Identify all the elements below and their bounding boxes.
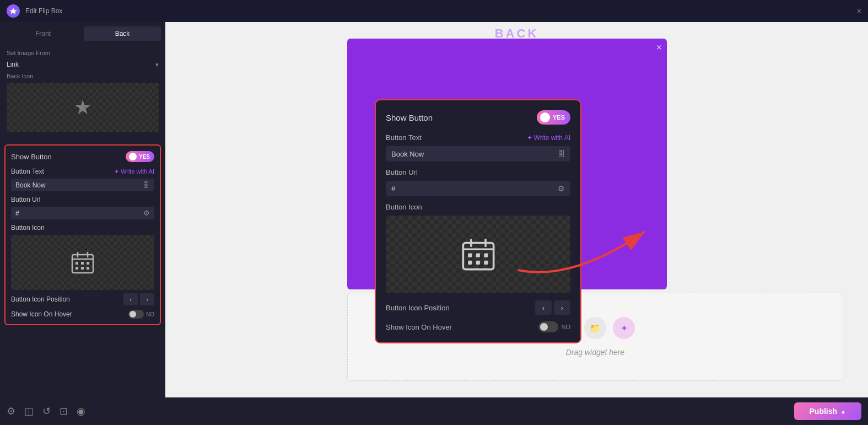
button-text-input-row: 🗄	[11, 179, 154, 191]
button-url-label: Button Url	[11, 196, 40, 203]
show-hover-toggle[interactable]: NO	[128, 310, 154, 319]
button-icon-position-label: Button Icon Position	[11, 295, 70, 303]
popup-show-hover-toggle[interactable]: NO	[538, 321, 571, 332]
top-bar: Edit Flip Box ×	[0, 0, 868, 22]
publish-button[interactable]: Publish ▲	[794, 402, 861, 420]
popup-panel: Show Button YES Button Text ✦ Write with…	[375, 99, 581, 343]
card-close-icon[interactable]: ✕	[656, 43, 662, 52]
tab-front[interactable]: Front	[4, 26, 82, 41]
popup-button-text-row: Button Text ✦ Write with AI	[386, 133, 570, 142]
popup-show-button-label: Show Button	[386, 113, 433, 122]
write-with-ai-btn[interactable]: ✦ Write with AI	[114, 168, 154, 175]
popup-button-url-label: Button Url	[386, 168, 418, 176]
hover-toggle-knob	[128, 310, 144, 319]
calendar-icon	[71, 250, 95, 275]
popup-show-button-row: Show Button YES	[386, 110, 570, 125]
popup-write-ai-label: Write with AI	[534, 134, 570, 142]
toggle-yes-label: YES	[139, 154, 150, 160]
popup-button-icon-position-label: Button Icon Position	[386, 304, 450, 312]
svg-rect-5	[76, 262, 78, 265]
popup-button-icon-label-row: Button Icon	[386, 203, 570, 211]
show-button-toggle[interactable]: YES	[126, 151, 154, 162]
button-url-label-row: Button Url	[11, 196, 154, 203]
settings-icon[interactable]: ⚙	[7, 405, 15, 417]
button-text-row: Button Text ✦ Write with AI	[11, 168, 154, 175]
popup-write-with-ai-btn[interactable]: ✦ Write with AI	[527, 134, 570, 142]
button-icon-label: Button Icon	[11, 224, 45, 232]
back-icon-area: ★	[7, 83, 159, 132]
close-icon[interactable]: ×	[857, 7, 861, 15]
app-logo	[7, 4, 20, 18]
canvas: BACK ★ Back Title here you can set back …	[165, 22, 868, 397]
popup-position-right-btn[interactable]: ›	[554, 300, 570, 315]
toggle-knob	[129, 153, 137, 160]
svg-rect-10	[87, 267, 89, 270]
bottom-bar: ⚙ ◫ ↺ ⊡ ◉ Publish ▲	[0, 397, 868, 425]
position-buttons: ‹ ›	[123, 293, 154, 305]
publish-label: Publish	[810, 407, 838, 416]
svg-rect-9	[81, 267, 84, 270]
popup-button-icon-area	[386, 216, 570, 293]
popup-button-icon-position-row: Button Icon Position ‹ ›	[386, 300, 570, 315]
popup-toggle-knob	[540, 112, 550, 122]
topbar-title: Edit Flip Box	[25, 7, 62, 15]
set-image-from-label: Set Image From	[7, 50, 159, 56]
popup-position-left-btn[interactable]: ‹	[535, 300, 552, 315]
button-text-input[interactable]	[15, 181, 143, 189]
popup-calendar-icon	[461, 236, 496, 272]
popup-toggle-yes-label: YES	[553, 114, 565, 121]
sidebar-tabs: Front Back	[0, 22, 165, 45]
popup-button-text-input[interactable]	[391, 150, 557, 158]
history-icon[interactable]: ↺	[42, 405, 51, 417]
popup-button-icon-label: Button Icon	[386, 203, 422, 211]
layers-icon[interactable]: ◫	[24, 405, 34, 417]
gear-icon[interactable]: ⚙	[143, 209, 150, 217]
svg-rect-6	[81, 262, 84, 265]
main-area: Front Back Set Image From Link ▾ Back Ic…	[0, 22, 868, 397]
link-label: Link	[7, 61, 19, 68]
sidebar-show-button-section: Show Button YES Button Text ✦ Write with…	[4, 144, 161, 325]
folder-btn[interactable]: 📁	[584, 317, 606, 339]
responsive-icon[interactable]: ⊡	[60, 405, 68, 417]
tab-back[interactable]: Back	[84, 26, 161, 41]
svg-rect-27	[484, 254, 488, 257]
popup-toggle-no-label: NO	[562, 324, 571, 330]
eye-icon[interactable]: ◉	[77, 405, 85, 417]
chevron-up-icon: ▲	[840, 408, 846, 415]
button-icon-position-row: Button Icon Position ‹ ›	[11, 293, 154, 305]
popup-db-icon[interactable]: 🗄	[557, 149, 565, 158]
show-hover-label: Show Icon On Hover	[11, 310, 72, 318]
popup-show-hover-row: Show Icon On Hover NO	[386, 321, 570, 332]
svg-rect-26	[476, 254, 479, 257]
button-url-input[interactable]	[15, 209, 143, 217]
popup-button-url-input[interactable]	[391, 185, 558, 193]
svg-rect-25	[468, 254, 472, 257]
link-row[interactable]: Link ▾	[7, 58, 159, 71]
sparkles-btn[interactable]: ✦	[613, 317, 635, 339]
show-hover-row: Show Icon On Hover NO	[11, 310, 154, 319]
svg-rect-29	[476, 261, 479, 265]
button-icon-label-row: Button Icon	[11, 224, 154, 232]
db-icon[interactable]: 🗄	[143, 181, 150, 189]
svg-rect-30	[484, 261, 488, 265]
button-text-label: Button Text	[11, 168, 44, 175]
show-button-label: Show Button	[11, 153, 52, 161]
button-url-input-row: ⚙	[11, 207, 154, 219]
position-right-btn[interactable]: ›	[140, 293, 154, 305]
popup-show-hover-label: Show Icon On Hover	[386, 323, 452, 331]
popup-show-button-toggle[interactable]: YES	[537, 110, 570, 125]
show-button-row: Show Button YES	[11, 151, 154, 162]
position-left-btn[interactable]: ‹	[123, 293, 138, 305]
toggle-no-label: NO	[146, 311, 154, 318]
chevron-down-icon: ▾	[155, 61, 159, 68]
back-icon-label: Back Icon	[7, 73, 159, 79]
write-with-ai-label: Write with AI	[121, 168, 154, 175]
popup-hover-toggle-knob	[538, 321, 558, 332]
sidebar: Front Back Set Image From Link ▾ Back Ic…	[0, 22, 165, 397]
drag-widget-text: Drag widget here	[566, 348, 625, 357]
sparkle-icon: ✦	[114, 168, 119, 175]
svg-rect-28	[468, 261, 472, 265]
popup-button-text-input-row: 🗄	[386, 146, 570, 162]
popup-gear-icon[interactable]: ⚙	[558, 184, 565, 193]
popup-button-url-input-row: ⚙	[386, 181, 570, 196]
